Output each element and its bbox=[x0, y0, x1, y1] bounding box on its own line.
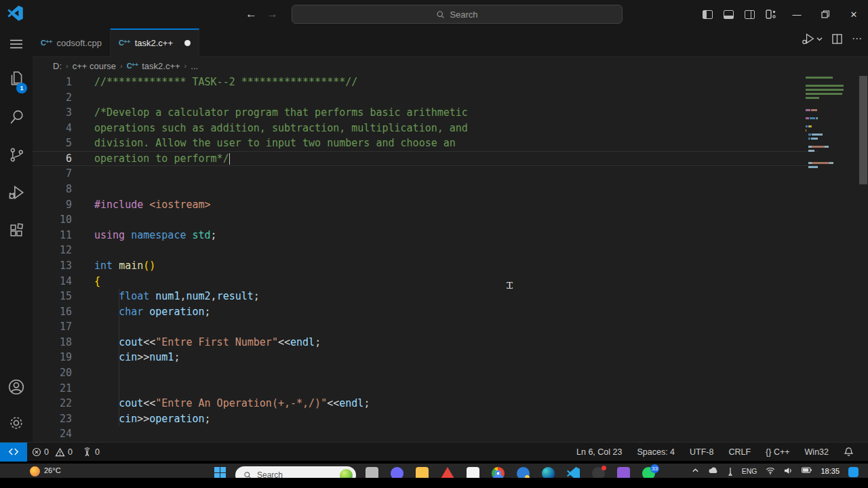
problems-status[interactable]: 0 0 bbox=[27, 443, 77, 461]
code-line[interactable] bbox=[94, 243, 468, 258]
extensions-icon[interactable] bbox=[0, 211, 33, 249]
line-number: 3 bbox=[33, 105, 72, 121]
ports-status[interactable]: 0 bbox=[77, 443, 104, 461]
breadcrumb-folder[interactable]: c++ course bbox=[73, 61, 116, 71]
code-line[interactable] bbox=[94, 182, 468, 197]
app-purple-media-icon[interactable] bbox=[617, 467, 630, 478]
toggle-sidebar-icon[interactable] bbox=[703, 10, 713, 19]
chevron-right-icon: › bbox=[120, 62, 123, 70]
breadcrumb-file[interactable]: task2.c++ bbox=[142, 61, 180, 71]
ibeam-mouse-cursor: Ɪ bbox=[507, 279, 513, 291]
code-line[interactable]: cout<<"Entre First Number"<<endl; bbox=[94, 335, 468, 350]
restore-button[interactable] bbox=[811, 0, 840, 28]
cursor-position[interactable]: Ln 6, Col 23 bbox=[569, 447, 629, 457]
explorer-icon[interactable]: 1 bbox=[0, 60, 33, 98]
code-line[interactable]: char operation; bbox=[94, 304, 468, 320]
app-purple-icon[interactable] bbox=[391, 467, 403, 478]
code-line[interactable]: int main() bbox=[94, 258, 468, 274]
line-number: 5 bbox=[33, 136, 72, 151]
file-explorer-icon[interactable] bbox=[416, 467, 429, 478]
scrollbar[interactable] bbox=[859, 75, 868, 442]
run-cpp-file-button[interactable] bbox=[802, 33, 823, 45]
code-line[interactable]: /*Develop a calculator program that perf… bbox=[94, 105, 468, 121]
forward-arrow[interactable]: → bbox=[267, 7, 278, 21]
wifi-icon[interactable] bbox=[766, 467, 775, 474]
code-line[interactable] bbox=[94, 166, 468, 182]
input-language[interactable]: ENG bbox=[742, 467, 757, 475]
source-control-icon[interactable] bbox=[0, 136, 33, 174]
code-line[interactable] bbox=[94, 381, 468, 396]
pen-icon[interactable] bbox=[728, 467, 733, 476]
toggle-secondary-sidebar-icon[interactable] bbox=[745, 10, 755, 19]
chrome-icon[interactable] bbox=[492, 467, 505, 478]
customize-layout-icon[interactable] bbox=[766, 9, 776, 19]
code-line[interactable] bbox=[94, 90, 468, 106]
minimize-button[interactable]: — bbox=[783, 0, 811, 28]
code-line[interactable] bbox=[94, 365, 468, 381]
edge-icon[interactable] bbox=[542, 467, 555, 478]
taskbar-search-label: Search bbox=[257, 470, 283, 478]
breadcrumb-symbol[interactable]: ... bbox=[191, 61, 198, 71]
accounts-icon[interactable] bbox=[0, 370, 33, 404]
search-view-icon[interactable] bbox=[0, 98, 33, 136]
breadcrumb-drive[interactable]: D: bbox=[53, 61, 62, 71]
volume-icon[interactable] bbox=[784, 467, 793, 474]
tab-task2[interactable]: C⁺⁺ task2.c++ bbox=[111, 28, 199, 57]
encoding[interactable]: UTF-8 bbox=[682, 447, 721, 457]
code-line[interactable] bbox=[94, 426, 468, 442]
code-line[interactable]: cin>>operation; bbox=[94, 411, 468, 427]
run-debug-icon[interactable] bbox=[0, 174, 33, 211]
unsaved-changes-dot[interactable] bbox=[184, 40, 191, 46]
scrollbar-thumb[interactable] bbox=[859, 76, 867, 184]
platform-config[interactable]: Win32 bbox=[797, 447, 836, 457]
notifications-bell-icon[interactable] bbox=[836, 447, 861, 457]
menu-button[interactable] bbox=[0, 28, 33, 60]
code-line[interactable]: cin>>num1; bbox=[94, 350, 468, 365]
app-dark-notif-icon[interactable] bbox=[592, 467, 605, 478]
code-line[interactable]: #include <iostream> bbox=[94, 197, 468, 213]
settings-gear-icon[interactable] bbox=[0, 404, 33, 442]
task-view-icon[interactable] bbox=[366, 467, 378, 478]
notification-center-icon[interactable] bbox=[848, 467, 859, 477]
battery-icon[interactable] bbox=[802, 467, 812, 473]
taskbar-search[interactable]: Search bbox=[235, 466, 356, 478]
breadcrumb: D: › c++ course › C⁺⁺ task2.c++ › ... bbox=[33, 57, 868, 75]
language-mode[interactable]: {} C++ bbox=[758, 447, 797, 457]
start-button[interactable] bbox=[214, 467, 226, 478]
line-number: 22 bbox=[33, 396, 72, 411]
code-line[interactable]: { bbox=[94, 274, 468, 289]
eol-sequence[interactable]: CRLF bbox=[721, 447, 758, 457]
code-line[interactable]: division. Allow the user to input two nu… bbox=[94, 136, 468, 151]
tab-codsoft[interactable]: C⁺⁺ codsoft.cpp bbox=[33, 28, 111, 57]
split-editor-icon[interactable] bbox=[832, 34, 842, 44]
weather-widget[interactable]: 26°C bbox=[30, 466, 61, 476]
code-line[interactable]: //************* TASK--2 ****************… bbox=[94, 75, 468, 90]
minimap[interactable] bbox=[806, 77, 845, 174]
code-line[interactable]: operations such as addition, subtraction… bbox=[94, 121, 468, 136]
ms-store-icon[interactable] bbox=[467, 467, 479, 478]
vscode-icon[interactable] bbox=[567, 467, 580, 478]
tray-chevron-up-icon[interactable] bbox=[692, 467, 699, 474]
whatsapp-icon[interactable]: 33 bbox=[642, 467, 655, 478]
code-line[interactable]: operation to perform*/ bbox=[94, 151, 468, 167]
code-line[interactable]: cout<<"Entre An Operation(+,-*,/)"<<endl… bbox=[94, 396, 468, 411]
onedrive-cloud-icon[interactable] bbox=[708, 467, 719, 474]
more-actions-icon[interactable]: ⋯ bbox=[852, 33, 863, 45]
clock[interactable]: 18:35 bbox=[821, 467, 840, 475]
search-command-center[interactable]: Search bbox=[292, 5, 623, 24]
toggle-panel-icon[interactable] bbox=[724, 10, 734, 19]
app-blue-yellow-icon[interactable] bbox=[517, 467, 530, 478]
remote-indicator[interactable] bbox=[0, 443, 27, 462]
code-line[interactable]: float num1,num2,result; bbox=[94, 289, 468, 304]
code-line[interactable] bbox=[94, 212, 468, 228]
search-label: Search bbox=[450, 9, 477, 20]
indentation[interactable]: Spaces: 4 bbox=[629, 447, 682, 457]
code-line[interactable] bbox=[94, 319, 468, 335]
cpp-file-icon: C⁺⁺ bbox=[41, 39, 52, 47]
app-red-triangle-icon[interactable] bbox=[441, 467, 454, 478]
code-line[interactable]: using namespace std; bbox=[94, 228, 468, 243]
line-number: 7 bbox=[33, 166, 72, 182]
close-button[interactable]: ✕ bbox=[840, 0, 868, 28]
code-editor[interactable]: 123456789101112131415161718192021222324 … bbox=[33, 75, 868, 442]
back-arrow[interactable]: ← bbox=[245, 7, 257, 21]
